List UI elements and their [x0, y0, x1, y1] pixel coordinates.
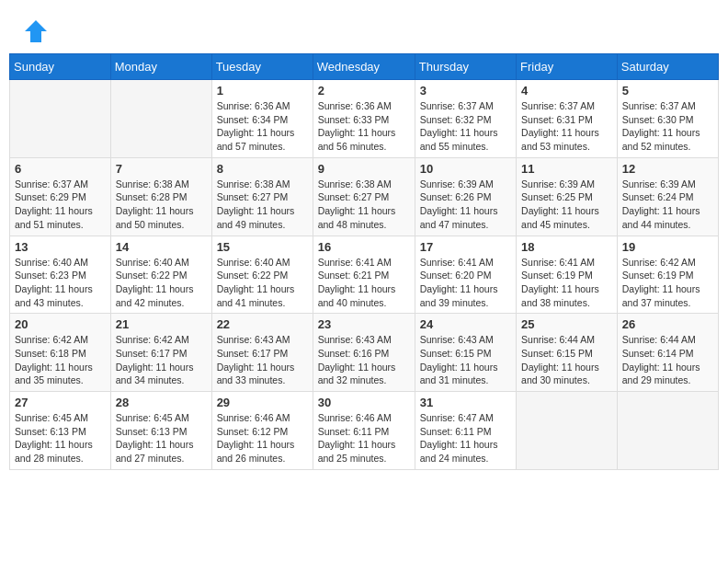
calendar-body: 1Sunrise: 6:36 AMSunset: 6:34 PMDaylight… — [10, 80, 719, 470]
calendar-cell: 8Sunrise: 6:38 AMSunset: 6:27 PMDaylight… — [211, 157, 313, 236]
day-number: 22 — [217, 317, 308, 331]
day-number: 4 — [521, 84, 612, 98]
logo — [23, 18, 52, 44]
calendar-cell: 1Sunrise: 6:36 AMSunset: 6:34 PMDaylight… — [211, 80, 313, 158]
calendar-cell — [110, 80, 211, 158]
calendar-cell: 29Sunrise: 6:46 AMSunset: 6:12 PMDayligh… — [211, 392, 313, 470]
day-info: Sunrise: 6:45 AMSunset: 6:13 PMDaylight:… — [116, 411, 207, 465]
day-number: 15 — [217, 240, 308, 254]
logo-icon — [23, 18, 49, 44]
day-number: 6 — [15, 162, 106, 176]
day-number: 30 — [318, 396, 410, 409]
svg-marker-0 — [25, 20, 47, 42]
day-number: 9 — [318, 162, 410, 176]
day-number: 28 — [116, 396, 207, 409]
day-info: Sunrise: 6:37 AMSunset: 6:29 PMDaylight:… — [15, 178, 106, 232]
day-number: 31 — [420, 396, 511, 409]
calendar-cell: 23Sunrise: 6:43 AMSunset: 6:16 PMDayligh… — [313, 314, 415, 392]
day-info: Sunrise: 6:39 AMSunset: 6:25 PMDaylight:… — [521, 178, 612, 232]
calendar-cell: 12Sunrise: 6:39 AMSunset: 6:24 PMDayligh… — [617, 157, 718, 236]
weekday-header-saturday: Saturday — [617, 54, 718, 80]
weekday-row: SundayMondayTuesdayWednesdayThursdayFrid… — [10, 54, 719, 80]
calendar-week-2: 6Sunrise: 6:37 AMSunset: 6:29 PMDaylight… — [10, 157, 719, 236]
day-info: Sunrise: 6:40 AMSunset: 6:22 PMDaylight:… — [217, 256, 308, 310]
calendar-cell: 17Sunrise: 6:41 AMSunset: 6:20 PMDayligh… — [415, 236, 516, 314]
day-info: Sunrise: 6:37 AMSunset: 6:32 PMDaylight:… — [420, 99, 511, 154]
day-number: 11 — [521, 162, 612, 176]
day-info: Sunrise: 6:38 AMSunset: 6:27 PMDaylight:… — [217, 178, 308, 232]
day-info: Sunrise: 6:47 AMSunset: 6:11 PMDaylight:… — [420, 411, 511, 465]
day-info: Sunrise: 6:43 AMSunset: 6:16 PMDaylight:… — [318, 333, 410, 387]
calendar-cell — [517, 392, 618, 470]
day-number: 7 — [116, 162, 207, 176]
calendar-cell: 27Sunrise: 6:45 AMSunset: 6:13 PMDayligh… — [10, 392, 111, 470]
day-number: 13 — [15, 240, 106, 254]
calendar-cell: 18Sunrise: 6:41 AMSunset: 6:19 PMDayligh… — [517, 236, 618, 314]
day-number: 19 — [622, 240, 713, 254]
calendar-cell: 22Sunrise: 6:43 AMSunset: 6:17 PMDayligh… — [211, 314, 313, 392]
calendar-cell: 31Sunrise: 6:47 AMSunset: 6:11 PMDayligh… — [415, 392, 516, 470]
day-info: Sunrise: 6:43 AMSunset: 6:15 PMDaylight:… — [420, 333, 511, 387]
day-number: 25 — [521, 317, 612, 331]
weekday-header-tuesday: Tuesday — [211, 54, 313, 80]
calendar-cell: 30Sunrise: 6:46 AMSunset: 6:11 PMDayligh… — [313, 392, 415, 470]
day-number: 10 — [420, 162, 511, 176]
day-info: Sunrise: 6:46 AMSunset: 6:12 PMDaylight:… — [217, 411, 308, 465]
day-number: 21 — [116, 317, 207, 331]
day-number: 2 — [318, 84, 410, 98]
day-number: 18 — [521, 240, 612, 254]
day-info: Sunrise: 6:39 AMSunset: 6:24 PMDaylight:… — [622, 178, 713, 232]
day-info: Sunrise: 6:46 AMSunset: 6:11 PMDaylight:… — [318, 411, 410, 465]
day-number: 17 — [420, 240, 511, 254]
calendar-cell: 4Sunrise: 6:37 AMSunset: 6:31 PMDaylight… — [517, 80, 618, 158]
calendar-cell: 11Sunrise: 6:39 AMSunset: 6:25 PMDayligh… — [517, 157, 618, 236]
day-info: Sunrise: 6:41 AMSunset: 6:19 PMDaylight:… — [521, 256, 612, 310]
weekday-header-sunday: Sunday — [10, 54, 111, 80]
calendar-cell: 5Sunrise: 6:37 AMSunset: 6:30 PMDaylight… — [617, 80, 718, 158]
day-info: Sunrise: 6:42 AMSunset: 6:17 PMDaylight:… — [116, 333, 207, 387]
calendar-cell: 25Sunrise: 6:44 AMSunset: 6:15 PMDayligh… — [517, 314, 618, 392]
day-number: 29 — [217, 396, 308, 409]
day-info: Sunrise: 6:41 AMSunset: 6:21 PMDaylight:… — [318, 256, 410, 310]
day-number: 3 — [420, 84, 511, 98]
day-number: 23 — [318, 317, 410, 331]
day-info: Sunrise: 6:43 AMSunset: 6:17 PMDaylight:… — [217, 333, 308, 387]
calendar-cell: 2Sunrise: 6:36 AMSunset: 6:33 PMDaylight… — [313, 80, 415, 158]
weekday-header-wednesday: Wednesday — [313, 54, 415, 80]
day-info: Sunrise: 6:38 AMSunset: 6:27 PMDaylight:… — [318, 178, 410, 232]
day-info: Sunrise: 6:42 AMSunset: 6:18 PMDaylight:… — [15, 333, 106, 387]
day-info: Sunrise: 6:40 AMSunset: 6:23 PMDaylight:… — [15, 256, 106, 310]
weekday-header-monday: Monday — [110, 54, 211, 80]
calendar-cell — [617, 392, 718, 470]
day-info: Sunrise: 6:39 AMSunset: 6:26 PMDaylight:… — [420, 178, 511, 232]
day-info: Sunrise: 6:45 AMSunset: 6:13 PMDaylight:… — [15, 411, 106, 465]
calendar-cell: 15Sunrise: 6:40 AMSunset: 6:22 PMDayligh… — [211, 236, 313, 314]
day-info: Sunrise: 6:37 AMSunset: 6:31 PMDaylight:… — [521, 99, 612, 154]
calendar-cell: 9Sunrise: 6:38 AMSunset: 6:27 PMDaylight… — [313, 157, 415, 236]
day-number: 20 — [15, 317, 106, 331]
calendar-cell: 14Sunrise: 6:40 AMSunset: 6:22 PMDayligh… — [110, 236, 211, 314]
day-number: 14 — [116, 240, 207, 254]
weekday-header-thursday: Thursday — [415, 54, 516, 80]
day-info: Sunrise: 6:36 AMSunset: 6:33 PMDaylight:… — [318, 99, 410, 154]
calendar-week-1: 1Sunrise: 6:36 AMSunset: 6:34 PMDaylight… — [10, 80, 719, 158]
calendar-week-4: 20Sunrise: 6:42 AMSunset: 6:18 PMDayligh… — [10, 314, 719, 392]
calendar-cell: 13Sunrise: 6:40 AMSunset: 6:23 PMDayligh… — [10, 236, 111, 314]
calendar-week-5: 27Sunrise: 6:45 AMSunset: 6:13 PMDayligh… — [10, 392, 719, 470]
calendar-cell: 16Sunrise: 6:41 AMSunset: 6:21 PMDayligh… — [313, 236, 415, 314]
day-number: 16 — [318, 240, 410, 254]
calendar-cell: 20Sunrise: 6:42 AMSunset: 6:18 PMDayligh… — [10, 314, 111, 392]
calendar-cell — [10, 80, 111, 158]
day-info: Sunrise: 6:37 AMSunset: 6:30 PMDaylight:… — [622, 99, 713, 154]
day-info: Sunrise: 6:44 AMSunset: 6:15 PMDaylight:… — [521, 333, 612, 387]
calendar-cell: 21Sunrise: 6:42 AMSunset: 6:17 PMDayligh… — [110, 314, 211, 392]
day-number: 8 — [217, 162, 308, 176]
calendar-cell: 7Sunrise: 6:38 AMSunset: 6:28 PMDaylight… — [110, 157, 211, 236]
calendar-cell: 3Sunrise: 6:37 AMSunset: 6:32 PMDaylight… — [415, 80, 516, 158]
day-info: Sunrise: 6:38 AMSunset: 6:28 PMDaylight:… — [116, 178, 207, 232]
day-number: 27 — [15, 396, 106, 409]
calendar-cell: 24Sunrise: 6:43 AMSunset: 6:15 PMDayligh… — [415, 314, 516, 392]
calendar-cell: 6Sunrise: 6:37 AMSunset: 6:29 PMDaylight… — [10, 157, 111, 236]
calendar-week-3: 13Sunrise: 6:40 AMSunset: 6:23 PMDayligh… — [10, 236, 719, 314]
day-info: Sunrise: 6:40 AMSunset: 6:22 PMDaylight:… — [116, 256, 207, 310]
